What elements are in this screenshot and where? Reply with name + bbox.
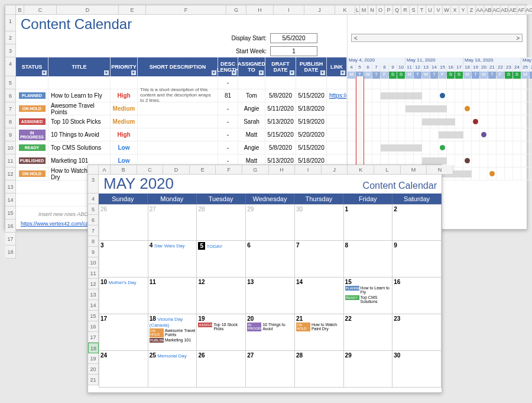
cell-description[interactable] bbox=[138, 115, 218, 128]
column-header[interactable]: AG bbox=[525, 5, 532, 15]
row-header[interactable]: 9 bbox=[88, 247, 99, 257]
filter-icon[interactable]: ▾ bbox=[320, 70, 325, 75]
table-row[interactable]: PLANNEDHow to Learn to FlyHighThis is a … bbox=[16, 89, 347, 102]
row-header[interactable]: 13 bbox=[5, 180, 16, 194]
cell-assigned[interactable]: Matt bbox=[238, 128, 265, 141]
calendar-day-cell[interactable]: 27 bbox=[246, 351, 295, 388]
calendar-day-cell[interactable]: 5 TODAY bbox=[197, 241, 246, 278]
column-header[interactable]: I bbox=[274, 5, 304, 15]
column-header[interactable]: C bbox=[137, 165, 164, 175]
calendar-day-cell[interactable]: 22 bbox=[344, 314, 393, 351]
calendar-day-cell[interactable]: 24 bbox=[99, 351, 148, 388]
table-row[interactable]: ASSIGNEDTop 10 Stock PicksMedium-Sarah5/… bbox=[16, 115, 347, 128]
column-header[interactable] bbox=[5, 5, 16, 15]
column-header[interactable]: AD bbox=[501, 5, 509, 15]
calendar-day-cell[interactable]: 18 Victoria Day (Canada)ON HOLDAwesome T… bbox=[148, 314, 197, 351]
calendar-day-cell[interactable]: 29 bbox=[246, 204, 295, 241]
row-header[interactable]: 11 bbox=[88, 268, 99, 279]
column-header[interactable]: T bbox=[418, 5, 426, 15]
row-header[interactable]: 13 bbox=[88, 289, 99, 300]
th-link[interactable]: LINK▾ bbox=[327, 57, 347, 76]
column-header[interactable]: J bbox=[304, 5, 335, 15]
calendar-day-cell[interactable]: 25 Memorial Day bbox=[148, 351, 197, 388]
row-header[interactable]: 16 bbox=[5, 220, 16, 233]
cell-title[interactable]: Awesome Travel Points bbox=[48, 102, 111, 115]
calendar-day-cell[interactable]: 8 bbox=[344, 241, 393, 278]
row-header[interactable]: 21 bbox=[88, 375, 99, 385]
cell-link[interactable]: https://wv bbox=[327, 89, 347, 102]
calendar-day-cell[interactable]: 30 bbox=[392, 351, 442, 388]
calendar-day-cell[interactable]: 27 bbox=[148, 204, 197, 241]
display-start-input[interactable]: 5/5/2020 bbox=[270, 33, 317, 43]
th-priority[interactable]: PRIORITY▾ bbox=[111, 57, 138, 76]
filter-icon[interactable]: ▾ bbox=[104, 70, 109, 75]
row-header[interactable]: 5 bbox=[88, 204, 99, 215]
row-header[interactable]: 9 bbox=[5, 128, 16, 141]
calendar-day-cell[interactable]: 28 bbox=[295, 351, 344, 388]
column-header[interactable]: A bbox=[99, 165, 111, 175]
column-header[interactable]: D bbox=[163, 165, 190, 175]
calendar-day-cell[interactable]: 13 bbox=[246, 278, 295, 314]
row-header[interactable]: 1 bbox=[5, 15, 16, 31]
row-header[interactable]: 5 bbox=[5, 76, 16, 89]
column-header[interactable]: AF bbox=[517, 5, 525, 15]
column-header[interactable]: B bbox=[16, 5, 24, 15]
column-header[interactable]: L bbox=[374, 165, 401, 175]
calendar-day-cell[interactable]: 10 Mother's Day bbox=[99, 278, 148, 314]
column-header[interactable]: W bbox=[443, 5, 451, 15]
calendar-day-cell[interactable]: 4 Star Wars Day bbox=[148, 241, 197, 278]
cell-draft-date[interactable]: 5/15/2020 bbox=[265, 128, 296, 141]
row-header[interactable]: 7 bbox=[5, 102, 16, 115]
th-title[interactable]: TITLE▾ bbox=[48, 57, 111, 76]
cell-assigned[interactable]: Angie bbox=[238, 102, 265, 115]
cell-link[interactable] bbox=[327, 115, 347, 128]
calendar-event[interactable]: ON HOLDAwesome Travel Points bbox=[150, 328, 196, 337]
row-header[interactable]: 12 bbox=[88, 279, 99, 289]
filter-icon[interactable]: ▾ bbox=[259, 70, 264, 75]
row-header[interactable]: 7 bbox=[88, 225, 99, 236]
table-row[interactable]: ON HOLDAwesome Travel PointsMedium-Angie… bbox=[16, 102, 347, 115]
cell-description[interactable] bbox=[138, 141, 218, 154]
th-status[interactable]: STATUS▾ bbox=[16, 57, 48, 76]
calendar-event[interactable]: PUBLISHEDMarketing 101 bbox=[150, 338, 196, 343]
row-header[interactable]: 4 bbox=[5, 57, 16, 76]
cell-description[interactable] bbox=[138, 128, 218, 141]
row-header[interactable]: 10 bbox=[5, 141, 16, 154]
column-header[interactable]: X bbox=[451, 5, 459, 15]
calendar-day-cell[interactable]: 1 bbox=[344, 204, 393, 241]
calendar-day-cell[interactable]: 29 bbox=[344, 351, 393, 388]
calendar-day-cell[interactable]: 23 bbox=[392, 314, 442, 351]
column-header[interactable]: K bbox=[335, 5, 355, 15]
calendar-day-cell[interactable]: 15PLANNEDHow to Learn to FlyREADYTop CMS… bbox=[344, 278, 393, 314]
row-header[interactable]: 4 bbox=[88, 194, 99, 204]
calendar-day-cell[interactable]: 19ASSIGNEDTop 10 Stock Picks bbox=[197, 314, 246, 351]
cell-link[interactable] bbox=[327, 128, 347, 141]
cell-assigned[interactable]: Sarah bbox=[238, 115, 265, 128]
calendar-day-cell[interactable]: 9 bbox=[392, 241, 442, 278]
row-header[interactable]: 17 bbox=[5, 233, 16, 246]
cell-assigned[interactable]: Tom bbox=[238, 89, 265, 102]
th-publish-date[interactable]: PUBLISH DATE▾ bbox=[296, 57, 327, 76]
row-header[interactable]: 11 bbox=[5, 154, 16, 167]
row-header[interactable]: 3 bbox=[5, 44, 16, 57]
column-header[interactable]: C bbox=[24, 5, 57, 15]
calendar-event[interactable]: ON HOLDHow to Watch Paint Dry bbox=[296, 323, 342, 331]
th-assigned[interactable]: ASSIGNED TO▾ bbox=[238, 57, 265, 76]
column-header[interactable]: I bbox=[295, 165, 322, 175]
gantt-scrollbar[interactable]: < > bbox=[351, 34, 523, 42]
cell-title[interactable]: 10 Things to Avoid bbox=[48, 128, 111, 141]
cell-publish-date[interactable]: 5/18/2020 bbox=[296, 102, 327, 115]
row-header[interactable]: 8 bbox=[5, 115, 16, 128]
calendar-day-cell[interactable]: 30 bbox=[295, 204, 344, 241]
row-header[interactable]: 12 bbox=[5, 167, 16, 180]
th-desc-length[interactable]: DESC LENGTH▾ bbox=[218, 57, 238, 76]
column-header[interactable]: H bbox=[269, 165, 296, 175]
start-week-input[interactable]: 1 bbox=[270, 46, 317, 56]
column-header[interactable]: K bbox=[348, 165, 374, 175]
calendar-day-cell[interactable]: 16 bbox=[392, 278, 442, 314]
row-header[interactable]: 3 bbox=[88, 175, 99, 194]
row-header[interactable]: 20 bbox=[88, 364, 99, 375]
calendar-day-cell[interactable]: 20IN PROGRESS10 Things to Avoid bbox=[246, 314, 295, 351]
cell-link[interactable] bbox=[327, 102, 347, 115]
cell-draft-date[interactable]: 5/8/2020 bbox=[265, 141, 296, 154]
